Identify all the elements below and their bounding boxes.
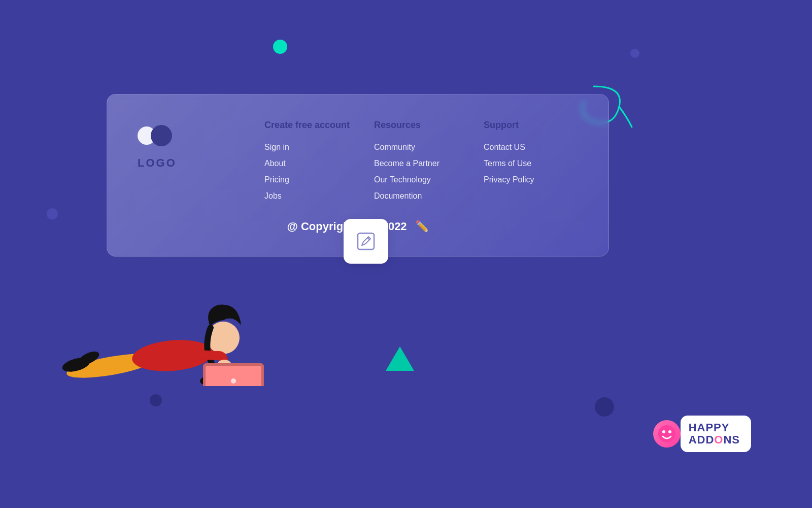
logo-text: LOGO [138, 156, 177, 170]
edit-icon-box[interactable] [344, 219, 388, 264]
bg-circle-left [47, 208, 58, 219]
link-signin[interactable]: Sign in [264, 143, 359, 152]
svg-point-8 [231, 378, 236, 384]
link-pricing[interactable]: Pricing [264, 175, 359, 184]
bg-circle-bottom-right [595, 397, 614, 417]
partner-link[interactable]: Become a Partner [374, 159, 439, 168]
support-links: Contact US Terms of Use Privacy Policy [484, 143, 578, 184]
link-partner[interactable]: Become a Partner [374, 159, 468, 168]
link-terms[interactable]: Terms of Use [484, 159, 578, 168]
link-contact[interactable]: Contact US [484, 143, 578, 152]
create-account-heading: Create free account [264, 120, 359, 131]
logo-circle-dark [151, 125, 172, 146]
happy-face-icon [653, 420, 681, 448]
signin-link[interactable]: Sign in [264, 143, 289, 151]
teal-triangle-decoration [386, 346, 414, 371]
link-documention[interactable]: Documention [374, 192, 468, 201]
svg-point-14 [668, 430, 671, 433]
svg-point-12 [658, 425, 675, 442]
documention-link[interactable]: Documention [374, 192, 422, 200]
svg-point-13 [662, 430, 665, 433]
create-account-column: Create free account Sign in About Pricin… [264, 120, 359, 201]
support-column: Support Contact US Terms of Use Privacy … [484, 120, 578, 201]
footer-card: LOGO Create free account Sign in About P… [107, 94, 609, 257]
about-link[interactable]: About [264, 159, 286, 168]
privacy-link[interactable]: Privacy Policy [484, 175, 534, 184]
link-jobs[interactable]: Jobs [264, 192, 359, 201]
community-link[interactable]: Community [374, 143, 415, 151]
addons-label: ADDONS [689, 434, 740, 446]
bg-circle-teal [273, 40, 287, 54]
jobs-link[interactable]: Jobs [264, 192, 282, 200]
link-technology[interactable]: Our Technology [374, 175, 468, 184]
happy-label: HAPPY [689, 422, 740, 434]
resources-links: Community Become a Partner Our Technolog… [374, 143, 468, 201]
resources-heading: Resources [374, 120, 468, 131]
technology-link[interactable]: Our Technology [374, 175, 431, 184]
terms-link[interactable]: Terms of Use [484, 159, 531, 168]
pencil-icon: ✏️ [415, 220, 429, 233]
bg-circle-dark-sm [630, 49, 639, 58]
edit-icon [355, 231, 377, 252]
svg-rect-0 [358, 233, 374, 249]
happy-addons-brand: HAPPY ADDONS [658, 416, 751, 452]
resources-column: Resources Community Become a Partner Our… [374, 120, 468, 201]
logo-icons [138, 125, 172, 146]
person-illustration [61, 254, 274, 386]
create-account-links: Sign in About Pricing Jobs [264, 143, 359, 201]
support-heading: Support [484, 120, 578, 131]
logo-section: LOGO [138, 120, 249, 201]
link-about[interactable]: About [264, 159, 359, 168]
pricing-link[interactable]: Pricing [264, 175, 289, 184]
footer-grid: LOGO Create free account Sign in About P… [138, 120, 578, 201]
bg-circle-bottom-left [150, 394, 162, 406]
happy-addons-text: HAPPY ADDONS [681, 416, 751, 452]
addons-o: O [714, 433, 723, 446]
contact-link[interactable]: Contact US [484, 143, 525, 151]
link-community[interactable]: Community [374, 143, 468, 152]
link-privacy[interactable]: Privacy Policy [484, 175, 578, 184]
